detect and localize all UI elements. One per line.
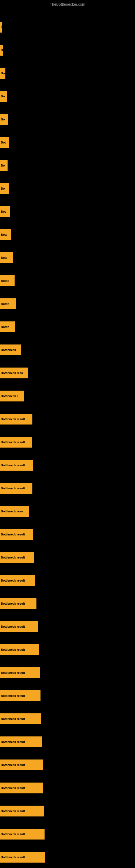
bar: Bottleneck result bbox=[0, 483, 32, 494]
bar: Bo bbox=[0, 114, 8, 125]
bar-label: Bottle bbox=[1, 325, 9, 329]
bar-row: Bottleneck bbox=[0, 339, 135, 361]
bar-label: Bottleneck result bbox=[1, 717, 25, 720]
bar: Bo bbox=[0, 91, 7, 102]
bar-label: Bo bbox=[1, 164, 5, 167]
bar: Bottleneck result bbox=[0, 760, 43, 770]
bar: Bottleneck result bbox=[0, 829, 45, 839]
bar-row: Bottleneck result bbox=[0, 569, 135, 591]
bar: Bot bbox=[0, 137, 9, 148]
bar-label: Bo bbox=[1, 95, 5, 98]
bar-row: Bottleneck result bbox=[0, 616, 135, 638]
bar-label: Bottleneck result bbox=[1, 533, 25, 536]
bar-row: Bo bbox=[0, 62, 135, 84]
bar-label: Bottleneck result bbox=[1, 417, 25, 421]
bar-row: B bbox=[0, 39, 135, 61]
bar-row: Bottleneck result bbox=[0, 708, 135, 730]
bar: Bottleneck result bbox=[0, 414, 32, 425]
bar-row: Bottleneck result bbox=[0, 731, 135, 753]
bar-row: Bot bbox=[0, 201, 135, 222]
bar-row: Bottleneck result bbox=[0, 477, 135, 499]
bar-label: Bottleneck resu bbox=[1, 510, 23, 513]
bar-label: Bottleneck result bbox=[1, 809, 25, 813]
bar-row: Bottleneck result bbox=[0, 846, 135, 868]
bar: B bbox=[0, 22, 2, 33]
bar-label: Bottleneck result bbox=[1, 740, 25, 744]
bar: Bottleneck result bbox=[0, 552, 34, 563]
bar-row: Bottleneck result bbox=[0, 454, 135, 476]
bar-row: Bottleneck resu bbox=[0, 362, 135, 384]
bar-row: Bottleneck result bbox=[0, 593, 135, 614]
bar-row: Bott bbox=[0, 247, 135, 269]
bar: Bottleneck result bbox=[0, 460, 33, 471]
bar: Bottleneck result bbox=[0, 437, 32, 447]
bar-label: Bottleneck result bbox=[1, 763, 25, 767]
bar-label: Bottleneck result bbox=[1, 856, 25, 859]
bar-label: Bottleneck result bbox=[1, 579, 25, 582]
bar-row: Bottleneck result bbox=[0, 524, 135, 545]
bar-row: Bottleneck result bbox=[0, 685, 135, 707]
bar-label: Bottleneck result bbox=[1, 648, 25, 651]
bar-label: Bottleneck result bbox=[1, 671, 25, 674]
bar-label: Bottleneck result bbox=[1, 694, 25, 698]
bar-label: Bottle bbox=[1, 302, 9, 305]
bar-row: Bottleneck result bbox=[0, 777, 135, 799]
bar: Bo bbox=[0, 160, 8, 171]
bar-label: Bott bbox=[1, 233, 7, 236]
bar-label: Bottleneck result bbox=[1, 786, 25, 789]
bar-row: Bottleneck result bbox=[0, 639, 135, 660]
bar-row: Bo bbox=[0, 86, 135, 107]
bar: Bottleneck result bbox=[0, 713, 41, 724]
bar-label: Bottleneck result bbox=[1, 602, 25, 605]
bar: Bott bbox=[0, 252, 13, 263]
bar-label: Bottleneck result bbox=[1, 625, 25, 628]
bar: Bottleneck result bbox=[0, 667, 40, 678]
bar-label: Bottle bbox=[1, 279, 9, 282]
bar-row: Bottleneck result bbox=[0, 431, 135, 453]
bar-row: Bottleneck result bbox=[0, 754, 135, 776]
bar: Bott bbox=[0, 229, 11, 240]
bar-row: Bottleneck result bbox=[0, 662, 135, 684]
bar-label: Bo bbox=[1, 118, 5, 121]
bar-row: Bottleneck result bbox=[0, 800, 135, 822]
bar-label: B bbox=[1, 49, 3, 52]
bar-row: Bo bbox=[0, 108, 135, 130]
bar-row: Bottleneck r bbox=[0, 385, 135, 407]
bar-row: B bbox=[0, 16, 135, 38]
bar: Bottleneck result bbox=[0, 852, 45, 863]
bar: Bottleneck result bbox=[0, 782, 43, 794]
bar-label: Bottleneck result bbox=[1, 440, 25, 444]
bar-label: Bottleneck result bbox=[1, 464, 25, 467]
bar: Bottleneck result bbox=[0, 737, 42, 747]
bar-label: Bo bbox=[1, 72, 5, 75]
bar: B bbox=[0, 45, 3, 56]
bar: Bottleneck result bbox=[0, 575, 35, 586]
bar-label: Bott bbox=[1, 256, 7, 259]
bar-label: Bottleneck result bbox=[1, 487, 25, 490]
bar: Bo bbox=[0, 183, 9, 194]
bar-row: Bottleneck result bbox=[0, 547, 135, 568]
bar: Bottleneck result bbox=[0, 806, 44, 816]
bar-row: Bottle bbox=[0, 270, 135, 291]
bar-label: Bo bbox=[1, 187, 5, 190]
bar: Bot bbox=[0, 206, 10, 217]
bar-row: Bottleneck resu bbox=[0, 500, 135, 522]
bar: Bottleneck resu bbox=[0, 506, 29, 517]
bar: Bo bbox=[0, 68, 5, 79]
bar: Bottleneck result bbox=[0, 690, 41, 701]
bar: Bottle bbox=[0, 299, 16, 309]
site-title: TheBottlenecker.com bbox=[50, 2, 85, 6]
bar-row: Bo bbox=[0, 178, 135, 199]
bar-label: Bottleneck resu bbox=[1, 371, 23, 375]
bar-row: Bott bbox=[0, 224, 135, 246]
bar-row: Bottle bbox=[0, 316, 135, 338]
bar: Bottleneck result bbox=[0, 621, 38, 632]
bar-row: Bottleneck result bbox=[0, 823, 135, 845]
bar-row: Bottle bbox=[0, 293, 135, 315]
bar: Bottle bbox=[0, 275, 14, 286]
bar-row: Bot bbox=[0, 131, 135, 153]
bar: Bottleneck result bbox=[0, 644, 39, 655]
bar-label: B bbox=[1, 26, 2, 29]
bar: Bottleneck resu bbox=[0, 368, 28, 378]
bar-label: Bottleneck result bbox=[1, 556, 25, 559]
